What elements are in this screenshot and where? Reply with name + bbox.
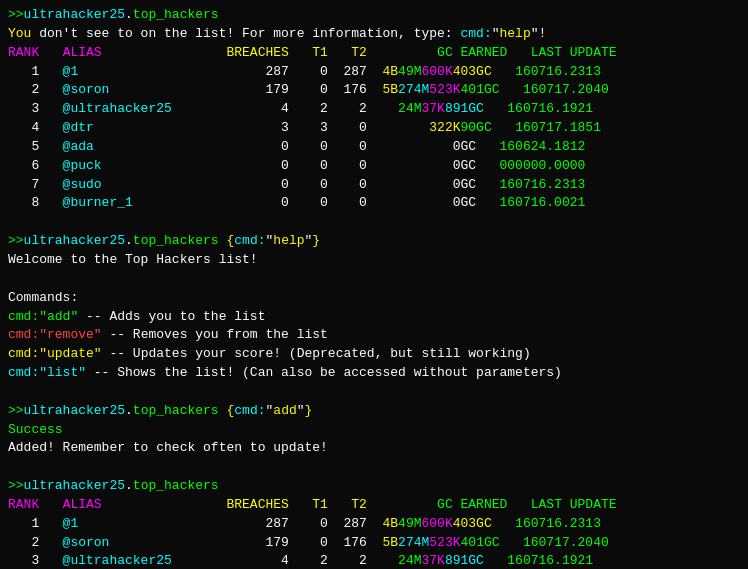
prompt-line-3: >>ultrahacker25.top_hackers {cmd:"add"}	[8, 402, 740, 421]
prompt-line-1: >>ultrahacker25.top_hackers	[8, 6, 740, 25]
terminal: >>ultrahacker25.top_hackers You don't se…	[0, 0, 748, 569]
added-line: Added! Remember to check often to update…	[8, 439, 740, 458]
table-row: 1 @1 287 0 287 4B49M600K403GC 160716.231…	[8, 515, 740, 534]
table1-header: RANK ALIAS BREACHES T1 T2 GC EARNED LAST…	[8, 44, 740, 63]
table-row: 2 @soron 179 0 176 5B274M523K401GC 16071…	[8, 534, 740, 553]
table-row: 7 @sudo 0 0 0 0GC 160716.2313	[8, 176, 740, 195]
table-row: 4 @dtr 3 3 0 322K90GC 160717.1851	[8, 119, 740, 138]
table-row: 5 @ada 0 0 0 0GC 160624.1812	[8, 138, 740, 157]
prompt-line-2: >>ultrahacker25.top_hackers {cmd:"help"}	[8, 232, 740, 251]
spacer	[8, 270, 740, 289]
table2-header: RANK ALIAS BREACHES T1 T2 GC EARNED LAST…	[8, 496, 740, 515]
welcome-line: Welcome to the Top Hackers list!	[8, 251, 740, 270]
table-row: 3 @ultrahacker25 4 2 2 24M37K891GC 16071…	[8, 552, 740, 569]
spacer	[8, 458, 740, 477]
cmd-remove-line: cmd:"remove" -- Removes you from the lis…	[8, 326, 740, 345]
commands-label: Commands:	[8, 289, 740, 308]
table-row: 3 @ultrahacker25 4 2 2 24M37K891GC 16071…	[8, 100, 740, 119]
table-row: 1 @1 287 0 287 4B49M600K403GC 160716.231…	[8, 63, 740, 82]
cmd-update-line: cmd:"update" -- Updates your score! (Dep…	[8, 345, 740, 364]
prompt-line-4: >>ultrahacker25.top_hackers	[8, 477, 740, 496]
table-row: 6 @puck 0 0 0 0GC 000000.0000	[8, 157, 740, 176]
cmd-add-line: cmd:"add" -- Adds you to the list	[8, 308, 740, 327]
table-row: 8 @burner_1 0 0 0 0GC 160716.0021	[8, 194, 740, 213]
spacer	[8, 383, 740, 402]
cmd-list-line: cmd:"list" -- Shows the list! (Can also …	[8, 364, 740, 383]
info-line: You don't see to on the list! For more i…	[8, 25, 740, 44]
spacer	[8, 213, 740, 232]
success-line: Success	[8, 421, 740, 440]
table-row: 2 @soron 179 0 176 5B274M523K401GC 16071…	[8, 81, 740, 100]
